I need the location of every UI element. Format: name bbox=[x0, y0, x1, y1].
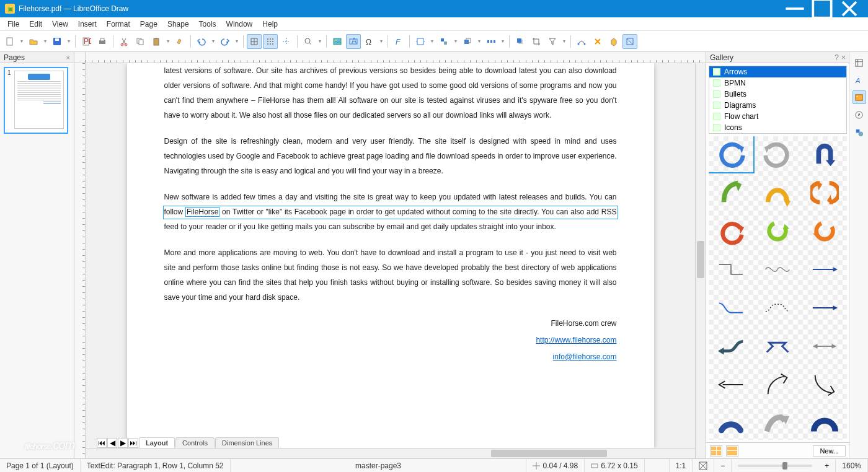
zoom-slider[interactable] bbox=[738, 465, 812, 467]
arrow-curved-down-black[interactable] bbox=[802, 367, 847, 403]
menu-file[interactable]: File bbox=[2, 19, 24, 30]
transform-icon[interactable] bbox=[413, 34, 428, 49]
arrow-uturn-blue[interactable] bbox=[802, 136, 847, 172]
status-flag[interactable] bbox=[645, 459, 670, 472]
align-dropdown[interactable]: ▾ bbox=[453, 38, 459, 44]
doc-paragraph-3[interactable]: New software is added few times a day an… bbox=[164, 190, 617, 234]
page-thumbnail[interactable]: 1 bbox=[4, 67, 68, 134]
save-dropdown[interactable]: ▾ bbox=[66, 38, 72, 44]
arrange-dropdown[interactable]: ▾ bbox=[476, 38, 482, 44]
arrow-curve-gray[interactable] bbox=[756, 136, 800, 172]
arrow-up-green[interactable] bbox=[709, 175, 753, 211]
gallery-cat-flowchart[interactable]: Flow chart bbox=[709, 111, 846, 122]
status-zoom[interactable]: 160% bbox=[836, 459, 868, 472]
arrow-thick-navy[interactable] bbox=[709, 405, 753, 440]
menu-tools[interactable]: Tools bbox=[194, 19, 221, 30]
copy-icon[interactable] bbox=[133, 34, 148, 49]
menu-insert[interactable]: Insert bbox=[73, 19, 102, 30]
status-page[interactable]: Page 1 of 1 (Layout) bbox=[0, 459, 81, 472]
doc-paragraph-1[interactable]: latest versions of software. Our site ha… bbox=[164, 63, 617, 123]
gallery-cat-icons[interactable]: Icons bbox=[709, 122, 846, 133]
arrow-straight-navy[interactable] bbox=[802, 290, 847, 326]
zoom-icon[interactable] bbox=[301, 34, 316, 49]
signature-name[interactable]: FileHorse.com crew bbox=[164, 316, 617, 331]
vscroll-thumb[interactable] bbox=[697, 241, 704, 278]
arrow-straight-blue[interactable] bbox=[802, 251, 847, 287]
cut-icon[interactable] bbox=[117, 34, 131, 49]
menu-page[interactable]: Page bbox=[135, 19, 162, 30]
arrow-scurve-blue[interactable] bbox=[709, 290, 753, 326]
draw-icon[interactable] bbox=[622, 34, 637, 49]
gallery-cat-diagrams[interactable]: Diagrams bbox=[709, 100, 846, 111]
close-button[interactable] bbox=[836, 0, 863, 17]
gallery-cat-arrows[interactable]: Arrows bbox=[709, 66, 846, 77]
zoom-in-button[interactable]: + bbox=[818, 459, 836, 472]
signature-email[interactable]: info@filehorse.com bbox=[164, 349, 617, 364]
gallery-view-list[interactable] bbox=[726, 445, 738, 457]
open-icon[interactable] bbox=[26, 34, 41, 49]
gallery-help-icon[interactable]: ? bbox=[835, 53, 839, 62]
side-styles-icon[interactable]: A bbox=[852, 73, 866, 87]
signature-link[interactable]: http://www.filehorse.com bbox=[164, 333, 617, 347]
save-icon[interactable] bbox=[50, 34, 64, 49]
extrusion-icon[interactable] bbox=[606, 34, 621, 49]
arrow-cycle-orange[interactable] bbox=[802, 213, 847, 249]
new-icon[interactable] bbox=[2, 34, 17, 49]
arrow-zigzag-navy[interactable] bbox=[756, 328, 800, 364]
vertical-ruler[interactable] bbox=[74, 63, 86, 458]
redo-icon[interactable] bbox=[218, 34, 232, 49]
tab-next-icon[interactable]: ▶ bbox=[118, 438, 128, 448]
glue-icon[interactable] bbox=[590, 34, 605, 49]
paste-dropdown[interactable]: ▾ bbox=[165, 38, 171, 44]
menu-view[interactable]: View bbox=[47, 19, 73, 30]
tab-layout[interactable]: Layout bbox=[139, 437, 175, 448]
crop-icon[interactable] bbox=[529, 34, 544, 49]
arrow-ribbon-gray[interactable] bbox=[756, 405, 800, 440]
zoom-dropdown[interactable]: ▾ bbox=[317, 38, 323, 44]
arrow-arch-navy[interactable] bbox=[802, 405, 847, 440]
align-icon[interactable] bbox=[436, 34, 451, 49]
print-icon[interactable] bbox=[95, 34, 110, 49]
gallery-close-icon[interactable]: × bbox=[841, 53, 846, 62]
distribute-dropdown[interactable]: ▾ bbox=[500, 38, 506, 44]
arrow-wavy-blue[interactable] bbox=[709, 328, 753, 364]
insert-textbox-icon[interactable]: A bbox=[346, 34, 361, 49]
gallery-new-button[interactable]: New... bbox=[813, 445, 846, 457]
arrow-double-orange[interactable] bbox=[802, 175, 847, 211]
guides-icon[interactable] bbox=[279, 34, 294, 49]
maximize-button[interactable] bbox=[808, 0, 836, 17]
filter-icon[interactable] bbox=[545, 34, 560, 49]
menu-shape[interactable]: Shape bbox=[162, 19, 194, 30]
arrow-double-gray[interactable] bbox=[802, 328, 847, 364]
minimize-button[interactable] bbox=[781, 0, 808, 17]
new-dropdown[interactable]: ▾ bbox=[19, 38, 25, 44]
undo-dropdown[interactable]: ▾ bbox=[210, 38, 216, 44]
arrow-curved-up-black[interactable] bbox=[756, 367, 800, 403]
hscroll-thumb[interactable] bbox=[491, 450, 606, 457]
clone-format-icon[interactable] bbox=[172, 34, 187, 49]
tab-first-icon[interactable]: ⏮ bbox=[97, 438, 107, 448]
menu-edit[interactable]: Edit bbox=[24, 19, 47, 30]
tab-last-icon[interactable]: ⏭ bbox=[128, 438, 138, 448]
tab-prev-icon[interactable]: ◀ bbox=[107, 438, 117, 448]
export-pdf-icon[interactable]: PDF bbox=[79, 34, 94, 49]
arrow-cycle-red[interactable] bbox=[709, 213, 753, 249]
undo-icon[interactable] bbox=[194, 34, 209, 49]
menu-format[interactable]: Format bbox=[102, 19, 135, 30]
distribute-icon[interactable] bbox=[484, 34, 498, 49]
arrange-icon[interactable] bbox=[460, 34, 475, 49]
status-fit-icon[interactable] bbox=[693, 459, 714, 472]
special-char-dropdown[interactable]: ▾ bbox=[378, 38, 384, 44]
doc-paragraph-2[interactable]: Design of the site is refreshingly clean… bbox=[164, 134, 617, 178]
menu-window[interactable]: Window bbox=[221, 19, 258, 30]
page-view[interactable]: latest versions of software. Our site ha… bbox=[86, 63, 695, 448]
side-navigator-icon[interactable] bbox=[852, 108, 866, 121]
filter-dropdown[interactable]: ▾ bbox=[561, 38, 567, 44]
menu-help[interactable]: Help bbox=[257, 19, 283, 30]
document-page[interactable]: latest versions of software. Our site ha… bbox=[127, 63, 654, 448]
status-master[interactable]: master-page3 bbox=[231, 459, 527, 472]
arrow-dotted[interactable] bbox=[756, 290, 800, 326]
arrow-cycle-green[interactable] bbox=[756, 213, 800, 249]
horizontal-ruler[interactable] bbox=[86, 52, 706, 63]
status-ratio[interactable]: 1:1 bbox=[670, 459, 693, 472]
